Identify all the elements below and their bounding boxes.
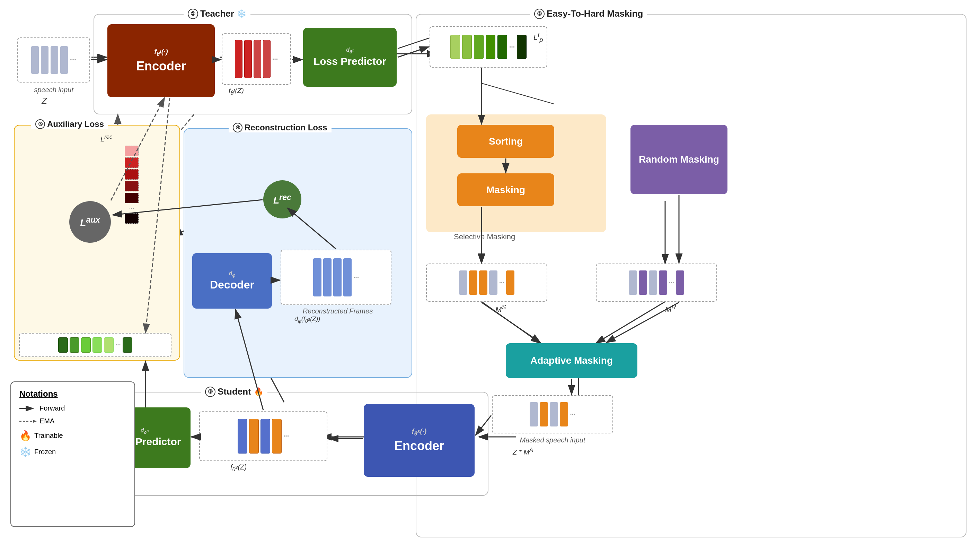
aux-bars: ··· Lrec: [125, 146, 138, 233]
reconstructed-label: Reconstructed Frames: [277, 307, 398, 315]
loss-predictor-teacher-box: dδt Loss Predictor: [303, 28, 397, 87]
random-masked-frames: ···: [596, 263, 717, 302]
speech-input-label: speech input: [18, 86, 90, 94]
encoder-student-box: fθs(·) Encoder: [364, 404, 474, 477]
teacher-label: ① Teacher ❄️: [184, 8, 250, 19]
auxiliary-label: ⑤ Auxiliary Loss: [31, 119, 108, 129]
speech-input-frames: ···: [18, 37, 90, 83]
decoder-box: dφ Decoder: [192, 253, 272, 309]
d-phi-label: dφ(fθs(Z)): [294, 316, 320, 324]
m-r-label: MR: [665, 303, 676, 314]
random-masking-box: Random Masking: [630, 125, 727, 194]
svg-marker-27: [33, 420, 37, 423]
auxiliary-section: [14, 125, 180, 361]
l-aux-circle: Laux: [69, 201, 111, 243]
sorting-box: Sorting: [457, 125, 554, 158]
z-ma-label: Z * MA: [513, 447, 533, 456]
l-rec-circle: Lrec: [263, 180, 301, 219]
eth-label: ② Easy-To-Hard Masking: [530, 8, 647, 19]
student-encoder-frames: ···: [199, 411, 327, 461]
notations-box: Notations Forward EMA 🔥 Trainable ❄️ Fro…: [10, 381, 135, 527]
reconstruction-label: ④ Reconstruction Loss: [229, 123, 331, 132]
f-theta-s-z-label: fθs(Z): [231, 463, 247, 473]
z-label: Z: [41, 96, 47, 107]
encoder-teacher-box: fθt(·) Encoder: [107, 24, 215, 97]
teacher-encoder-frames: ···: [222, 33, 291, 85]
eth-loss-frames: ···: [430, 26, 547, 68]
aux-bottom-frames: ···: [19, 333, 172, 357]
reconstructed-frames: ···: [281, 250, 391, 305]
lp-t-label: Ltp: [533, 31, 543, 44]
masked-speech-frames: ···: [492, 395, 613, 434]
m-s-label: MS: [495, 303, 506, 314]
selective-masked-frames: ···: [426, 263, 547, 302]
selective-masking-label: Selective Masking: [454, 232, 515, 241]
f-theta-t-z-label: fθt(Z): [229, 87, 244, 96]
student-label: ③ Student 🔥: [201, 386, 267, 397]
masking-box: Masking: [457, 173, 554, 206]
diagram-container: ··· speech input Z ① Teacher ❄️ fθt(·) E…: [0, 0, 980, 552]
adaptive-masking-box: Adaptive Masking: [506, 343, 637, 378]
masked-speech-label: Masked speech input: [478, 436, 627, 444]
